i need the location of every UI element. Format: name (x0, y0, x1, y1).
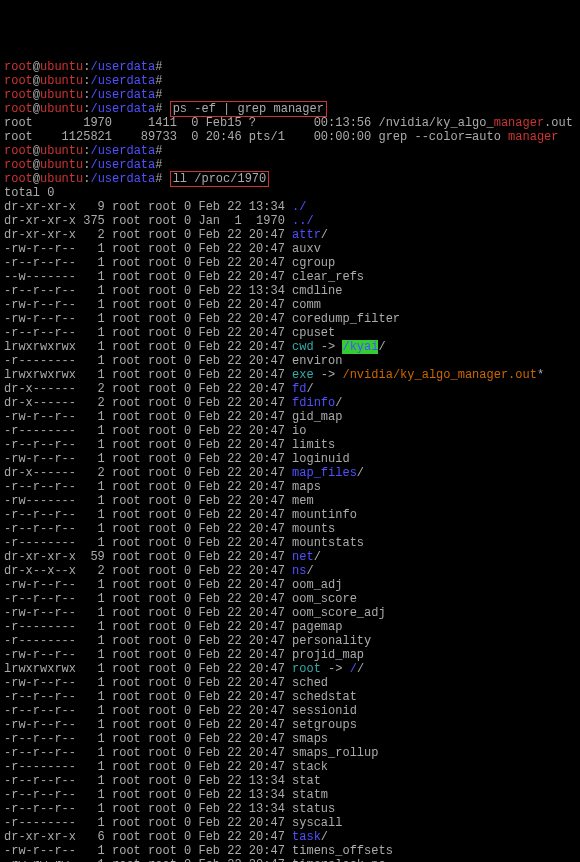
prompt-path: /userdata (90, 172, 155, 186)
file-entry: dr-xr-xr-x 2 root root 0 Feb 22 20:47 at… (4, 228, 576, 242)
file-entry: -r-------- 1 root root 0 Feb 22 20:47 en… (4, 354, 576, 368)
prompt-user: root (4, 144, 33, 158)
file-entry: -r-------- 1 root root 0 Feb 22 20:47 io (4, 424, 576, 438)
prompt-path: /userdata (90, 158, 155, 172)
file-entry: -rw-r--r-- 1 root root 0 Feb 22 20:47 co… (4, 298, 576, 312)
prompt-path: /userdata (90, 60, 155, 74)
file-entry: -r--r--r-- 1 root root 0 Feb 22 20:47 cg… (4, 256, 576, 270)
prompt-path: /userdata (90, 88, 155, 102)
prompt-user: root (4, 60, 33, 74)
file-entry: -r--r--r-- 1 root root 0 Feb 22 20:47 sm… (4, 746, 576, 760)
prompt-path: /userdata (90, 74, 155, 88)
file-entry: -r--r--r-- 1 root root 0 Feb 22 13:34 st… (4, 802, 576, 816)
prompt-host: ubuntu (40, 158, 83, 172)
file-entry: -rw------- 1 root root 0 Feb 22 20:47 me… (4, 494, 576, 508)
total-line: total 0 (4, 186, 576, 200)
terminal-output[interactable]: root@ubuntu:/userdata# root@ubuntu:/user… (4, 60, 576, 862)
file-entry: lrwxrwxrwx 1 root root 0 Feb 22 20:47 cw… (4, 340, 576, 354)
file-entry: -r--r--r-- 1 root root 0 Feb 22 20:47 ma… (4, 480, 576, 494)
file-entry: -rw-r--r-- 1 root root 0 Feb 22 20:47 lo… (4, 452, 576, 466)
ps-output-row: root 1125821 89733 0 20:46 pts/1 00:00:0… (4, 130, 576, 144)
prompt-user: root (4, 172, 33, 186)
file-entry: dr-x--x--x 2 root root 0 Feb 22 20:47 ns… (4, 564, 576, 578)
file-entry: -rw-r--r-- 1 root root 0 Feb 22 20:47 pr… (4, 648, 576, 662)
file-entry: -r-------- 1 root root 0 Feb 22 20:47 st… (4, 760, 576, 774)
prompt-user: root (4, 88, 33, 102)
file-entry: dr-x------ 2 root root 0 Feb 22 20:47 fd… (4, 382, 576, 396)
file-entry: -r-------- 1 root root 0 Feb 22 20:47 sy… (4, 816, 576, 830)
prompt-host: ubuntu (40, 102, 83, 116)
file-entry: -rw-rw-rw- 1 root root 0 Feb 22 20:47 ti… (4, 858, 576, 862)
file-entry: -rw-r--r-- 1 root root 0 Feb 22 20:47 gi… (4, 410, 576, 424)
prompt-user: root (4, 74, 33, 88)
ps-output-row: root 1970 1411 0 Feb15 ? 00:13:56 /nvidi… (4, 116, 576, 130)
file-entry: -rw-r--r-- 1 root root 0 Feb 22 20:47 oo… (4, 606, 576, 620)
file-entry: -rw-r--r-- 1 root root 0 Feb 22 20:47 sc… (4, 676, 576, 690)
file-entry: dr-xr-xr-x 6 root root 0 Feb 22 20:47 ta… (4, 830, 576, 844)
prompt-host: ubuntu (40, 172, 83, 186)
file-entry: -rw-r--r-- 1 root root 0 Feb 22 20:47 co… (4, 312, 576, 326)
file-entry: dr-xr-xr-x 9 root root 0 Feb 22 13:34 ./ (4, 200, 576, 214)
file-entry: -r-------- 1 root root 0 Feb 22 20:47 mo… (4, 536, 576, 550)
file-entry: -r--r--r-- 1 root root 0 Feb 22 20:47 oo… (4, 592, 576, 606)
prompt-user: root (4, 158, 33, 172)
prompt-path: /userdata (90, 102, 155, 116)
file-entry: dr-xr-xr-x 59 root root 0 Feb 22 20:47 n… (4, 550, 576, 564)
prompt-host: ubuntu (40, 74, 83, 88)
file-entry: -rw-r--r-- 1 root root 0 Feb 22 20:47 oo… (4, 578, 576, 592)
prompt-host: ubuntu (40, 88, 83, 102)
file-entry: -r--r--r-- 1 root root 0 Feb 22 13:34 st… (4, 774, 576, 788)
file-entry: lrwxrwxrwx 1 root root 0 Feb 22 20:47 ex… (4, 368, 576, 382)
prompt-host: ubuntu (40, 144, 83, 158)
prompt-path: /userdata (90, 144, 155, 158)
command-ps: ps -ef | grep manager (170, 101, 327, 117)
file-entry: -rw-r--r-- 1 root root 0 Feb 22 20:47 se… (4, 718, 576, 732)
file-entry: -r--r--r-- 1 root root 0 Feb 22 20:47 li… (4, 438, 576, 452)
file-entry: -r--r--r-- 1 root root 0 Feb 22 20:47 cp… (4, 326, 576, 340)
file-entry: -r--r--r-- 1 root root 0 Feb 22 20:47 mo… (4, 508, 576, 522)
file-entry: dr-x------ 2 root root 0 Feb 22 20:47 fd… (4, 396, 576, 410)
file-entry: -r--r--r-- 1 root root 0 Feb 22 20:47 sc… (4, 690, 576, 704)
file-entry: -r-------- 1 root root 0 Feb 22 20:47 pa… (4, 620, 576, 634)
file-entry: lrwxrwxrwx 1 root root 0 Feb 22 20:47 ro… (4, 662, 576, 676)
command-ll: ll /proc/1970 (170, 171, 270, 187)
file-entry: -r--r--r-- 1 root root 0 Feb 22 13:34 cm… (4, 284, 576, 298)
prompt-host: ubuntu (40, 60, 83, 74)
file-entry: --w------- 1 root root 0 Feb 22 20:47 cl… (4, 270, 576, 284)
file-entry: -r--r--r-- 1 root root 0 Feb 22 20:47 sm… (4, 732, 576, 746)
file-entry: -rw-r--r-- 1 root root 0 Feb 22 20:47 ti… (4, 844, 576, 858)
file-entry: -r-------- 1 root root 0 Feb 22 20:47 pe… (4, 634, 576, 648)
file-entry: -r--r--r-- 1 root root 0 Feb 22 20:47 se… (4, 704, 576, 718)
prompt-user: root (4, 102, 33, 116)
file-entry: -r--r--r-- 1 root root 0 Feb 22 20:47 mo… (4, 522, 576, 536)
file-entry: dr-x------ 2 root root 0 Feb 22 20:47 ma… (4, 466, 576, 480)
file-entry: -rw-r--r-- 1 root root 0 Feb 22 20:47 au… (4, 242, 576, 256)
file-entry: dr-xr-xr-x 375 root root 0 Jan 1 1970 ..… (4, 214, 576, 228)
file-entry: -r--r--r-- 1 root root 0 Feb 22 13:34 st… (4, 788, 576, 802)
